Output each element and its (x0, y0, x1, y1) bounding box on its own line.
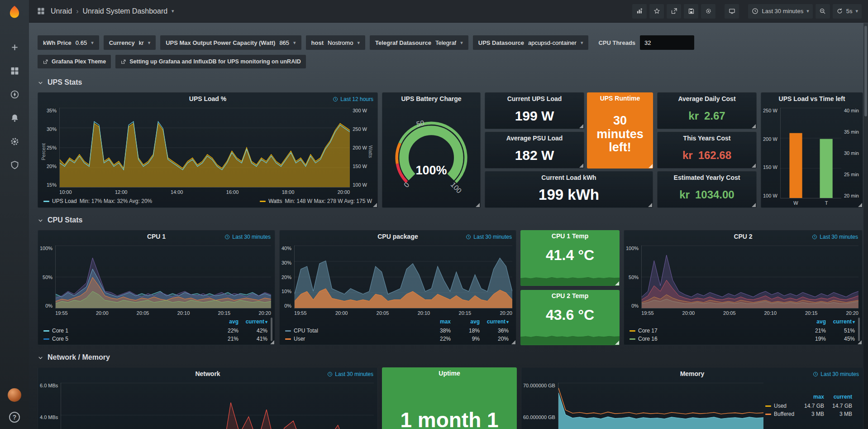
y-axis-right: 300 W250 W200 W150 W100 W (350, 108, 367, 196)
breadcrumb-separator-icon: › (76, 7, 78, 15)
chevron-down-icon (38, 217, 43, 223)
x-axis: 19:5520:0020:0520:1020:1520:20 (641, 308, 858, 317)
temp-sparkline (520, 269, 620, 286)
variable-cpu-threads: CPU Threads (593, 35, 635, 50)
panel-title[interactable]: Current Load kWh (485, 172, 653, 184)
variable-currency[interactable]: Currencykr▾ (104, 35, 156, 50)
series-swatch (765, 405, 771, 407)
explore-icon[interactable] (9, 89, 20, 100)
section-cpu-stats[interactable]: CPU Stats (38, 216, 863, 224)
battery-gauge: 0 50 100 100% (382, 105, 480, 207)
panel-time-range[interactable]: Last 30 minutes (813, 371, 859, 377)
cpu2-plot[interactable] (641, 246, 858, 308)
panel-title[interactable]: Average PSU Load (485, 132, 584, 145)
template-variables-row: kWh Price0.65▾ Currencykr▾ UPS Max Outpu… (38, 35, 863, 50)
legend-scrollbar[interactable] (858, 318, 860, 341)
page-scrollbar[interactable] (863, 23, 868, 429)
apps-grid-icon[interactable] (35, 6, 46, 17)
variable-kwh-price[interactable]: kWh Price0.65▾ (38, 35, 99, 50)
section-network-memory[interactable]: Network / Memory (38, 353, 863, 362)
link-grafana-plex-theme[interactable]: Grafana Plex Theme (38, 55, 111, 68)
panel-time-range[interactable]: Last 30 minutes (466, 234, 512, 240)
legend: UPS LoadMin: 17% Max: 32% Avg: 20% Watts… (38, 197, 377, 207)
cpu1-plot[interactable] (55, 246, 271, 308)
time-range-picker[interactable]: Last 30 minutes ▾ (748, 4, 812, 19)
legend-item-ups-load[interactable]: UPS LoadMin: 17% Max: 32% Avg: 20% (43, 198, 152, 204)
panel-time-range[interactable]: Last 30 minutes (812, 234, 858, 240)
add-panel-button[interactable] (632, 4, 647, 19)
panel-title[interactable]: CPU 2 Temp (520, 290, 620, 302)
panel-title[interactable]: Memory (521, 368, 863, 380)
panel-current-load-kwh: Current Load kWh 199 kWh (485, 171, 653, 208)
panel-title[interactable]: UPS Load vs Time left (761, 93, 863, 105)
link-ups-monitoring-guide[interactable]: Setting up Grafana and InfluxDB for UPS … (115, 55, 305, 68)
dashboards-icon[interactable] (9, 65, 20, 76)
user-avatar[interactable] (8, 388, 21, 402)
y-axis-left: 100%50%0% (40, 246, 55, 317)
settings-gear-button[interactable] (701, 4, 715, 19)
legend-item-watts[interactable]: WattsMin: 148 W Max: 278 W Avg: 175 W (260, 198, 372, 204)
server-admin-shield-icon[interactable] (9, 159, 20, 170)
dashboard-content: kWh Price0.65▾ Currencykr▾ UPS Max Outpu… (29, 23, 868, 429)
grafana-logo-icon[interactable] (6, 5, 23, 21)
panel-title[interactable]: CPU 1 Temp (520, 230, 620, 242)
legend-table: maxcurrent Used14.7 GB14.7 GB Buffered3 … (763, 383, 859, 429)
y-axis-left: 35%30%25%20%15% (47, 108, 59, 196)
series-swatch (43, 330, 49, 332)
share-button[interactable] (667, 4, 681, 19)
y-axis-left: 40%30%20%10%0% (281, 246, 294, 317)
external-link-icon (43, 59, 48, 65)
panel-title[interactable]: Estimated Yearly Cost (658, 172, 756, 184)
panel-title[interactable]: Network (38, 368, 377, 380)
panel-title[interactable]: Uptime (382, 367, 517, 380)
legend-row: Used14.7 GB14.7 GB (765, 403, 852, 409)
panel-title[interactable]: UPS Battery Charge (382, 93, 480, 105)
alerting-bell-icon[interactable] (9, 112, 20, 123)
help-icon[interactable]: ? (9, 412, 20, 423)
cpu-threads-input[interactable] (640, 35, 694, 50)
panel-title[interactable]: UPS Load % (38, 93, 377, 105)
legend-row: Core 1721%51% (630, 328, 855, 334)
time-range-caret-icon: ▾ (806, 8, 809, 14)
dashboard-dropdown-caret-icon[interactable]: ▾ (172, 8, 174, 14)
zoom-out-button[interactable] (816, 4, 830, 19)
section-ups-stats[interactable]: UPS Stats (38, 78, 863, 87)
cpu-package-plot[interactable] (294, 246, 512, 308)
bar-plot[interactable] (780, 108, 841, 198)
stat-value: kr2.67 (658, 105, 756, 129)
legend-row: User22%9%20% (285, 336, 509, 342)
variable-host[interactable]: hostNostromo▾ (306, 35, 365, 50)
create-icon[interactable] (9, 42, 20, 53)
breadcrumb-app[interactable]: Unraid (51, 7, 72, 15)
panel-time-range[interactable]: Last 12 hours (333, 96, 373, 102)
legend-scrollbar[interactable] (271, 318, 272, 341)
panel-time-range[interactable]: Last 30 minutes (224, 234, 271, 240)
stat-value: 182 W (485, 145, 584, 168)
series-swatch (43, 338, 49, 340)
panel-ups-load-vs-time-left: UPS Load vs Time left 250 W200 W150 W100… (761, 92, 863, 208)
panel-cpu2-temp: CPU 2 Temp 43.6 °C (520, 290, 620, 346)
page-title[interactable]: Unraid System Dashboard (82, 7, 167, 15)
stat-value: 30 minutes left! (587, 105, 653, 169)
panel-title[interactable]: UPS Runtime (587, 92, 653, 105)
x-axis: 19:5520:0020:0520:1020:1520:20 (55, 308, 271, 317)
variable-ups-max-output[interactable]: UPS Max Output Power Capacity (Watt)865▾ (160, 35, 301, 50)
panel-time-range[interactable]: Last 30 minutes (327, 371, 373, 377)
scrollbar-thumb[interactable] (864, 26, 867, 116)
series-swatch (630, 338, 635, 340)
panel-ups-battery-charge: UPS Battery Charge 0 50 100 100% (382, 92, 481, 208)
ups-load-plot[interactable] (59, 108, 350, 188)
panel-memory: Memory Last 30 minutes 70.000000 GB60.00… (521, 367, 863, 429)
refresh-button[interactable]: 5s ▾ (833, 4, 862, 19)
variable-ups-datasource[interactable]: UPS Datasourceapcupsd-container▾ (473, 35, 589, 50)
star-button[interactable] (649, 4, 664, 19)
memory-plot[interactable] (558, 383, 763, 429)
panel-title[interactable]: Current UPS Load (485, 93, 584, 105)
tv-mode-button[interactable] (725, 4, 739, 19)
save-button[interactable] (684, 4, 698, 19)
configuration-gear-icon[interactable] (9, 136, 20, 147)
network-plot[interactable] (61, 383, 374, 429)
variable-telegraf-datasource[interactable]: Telegraf DatasourceTelegraf▾ (370, 35, 468, 50)
panel-title[interactable]: Average Daily Cost (658, 93, 756, 105)
panel-title[interactable]: This Years Cost (658, 132, 756, 145)
